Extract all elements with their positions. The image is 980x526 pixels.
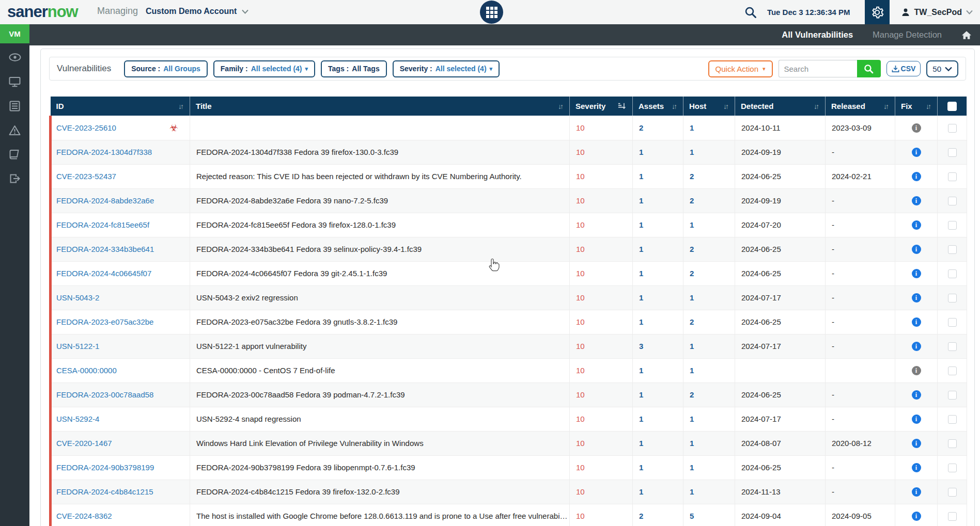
vulnerability-id-link[interactable]: USN-5292-4 (56, 415, 99, 423)
host-count-link[interactable]: 2 (690, 317, 694, 326)
user-menu[interactable]: TW_SecPod (901, 8, 980, 17)
vulnerability-id-link[interactable]: FEDORA-2024-8abde32a6e (56, 196, 154, 205)
host-count-link[interactable]: 1 (690, 220, 694, 229)
fix-info-icon[interactable]: i (912, 293, 921, 302)
fix-info-icon[interactable]: i (912, 172, 921, 181)
assets-count-link[interactable]: 1 (639, 293, 643, 302)
vulnerability-id-link[interactable]: FEDORA-2024-334b3be641 (56, 245, 154, 253)
vulnerability-id-link[interactable]: CVE-2024-8362 (56, 512, 112, 520)
vulnerability-id-link[interactable]: FEDORA-2024-c4b84c1215 (56, 487, 153, 496)
assets-count-link[interactable]: 1 (639, 148, 643, 156)
vulnerability-id-link[interactable]: USN-5122-1 (56, 342, 99, 350)
fix-info-icon[interactable]: i (912, 220, 921, 230)
assets-count-link[interactable]: 2 (639, 123, 643, 132)
settings-gear-icon[interactable] (865, 0, 890, 24)
assets-count-link[interactable]: 3 (639, 342, 643, 350)
assets-count-link[interactable]: 1 (639, 269, 643, 278)
source-filter-button[interactable]: Source : All Groups (124, 60, 208, 77)
fix-info-icon[interactable]: i (912, 317, 921, 327)
row-checkbox[interactable] (948, 294, 957, 302)
row-checkbox[interactable] (948, 197, 957, 205)
family-filter-button[interactable]: Family : All selected (4) ▾ (213, 60, 315, 77)
host-count-link[interactable]: 1 (690, 487, 694, 496)
search-input[interactable] (779, 60, 857, 77)
fix-info-icon[interactable]: i (912, 123, 921, 133)
home-icon[interactable] (961, 30, 972, 40)
row-checkbox[interactable] (948, 488, 957, 497)
column-header-released[interactable]: Released↓↑ (826, 97, 895, 116)
fix-info-icon[interactable]: i (912, 415, 921, 424)
column-header-fix[interactable]: Fix↓↑ (895, 97, 938, 116)
tab-all-vulnerabilities[interactable]: All Vulnerabilities (782, 30, 853, 40)
column-header-title[interactable]: Title↓↑ (190, 97, 570, 116)
vulnerability-id-link[interactable]: CVE-2020-1467 (56, 439, 112, 448)
host-count-link[interactable]: 2 (690, 196, 694, 205)
vulnerability-id-link[interactable]: USN-5043-2 (56, 293, 99, 302)
host-count-link[interactable]: 1 (690, 463, 694, 472)
column-header-severity[interactable]: Severity (570, 97, 633, 116)
host-count-link[interactable]: 1 (690, 366, 694, 375)
apps-grid-icon[interactable] (480, 1, 503, 24)
assets-count-link[interactable]: 1 (639, 463, 643, 472)
assets-count-link[interactable]: 2 (639, 512, 643, 520)
host-count-link[interactable]: 1 (690, 123, 694, 132)
assets-count-link[interactable]: 1 (639, 487, 643, 496)
row-checkbox[interactable] (948, 391, 957, 400)
row-checkbox[interactable] (948, 415, 957, 424)
fix-info-icon[interactable]: i (912, 512, 921, 521)
host-count-link[interactable]: 1 (690, 415, 694, 423)
host-count-link[interactable]: 1 (690, 342, 694, 350)
row-checkbox[interactable] (948, 464, 957, 472)
row-checkbox[interactable] (948, 172, 957, 181)
column-header-assets[interactable]: Assets↓↑ (633, 97, 683, 116)
assets-count-link[interactable]: 1 (639, 439, 643, 448)
host-count-link[interactable]: 5 (690, 512, 694, 520)
sort-icon[interactable]: ↓↑ (883, 102, 889, 110)
fix-info-icon[interactable]: i (912, 390, 921, 400)
tab-manage-detection[interactable]: Manage Detection (873, 30, 942, 40)
fix-info-icon[interactable]: i (912, 463, 921, 472)
row-checkbox[interactable] (948, 124, 957, 133)
fix-info-icon[interactable]: i (912, 196, 921, 205)
row-checkbox[interactable] (948, 318, 957, 327)
row-checkbox[interactable] (948, 342, 957, 351)
quick-action-button[interactable]: Quick Action ▾ (708, 60, 773, 77)
column-header-detected[interactable]: Detected↓↑ (735, 97, 826, 116)
report-icon[interactable] (9, 100, 21, 111)
vulnerability-id-link[interactable]: FEDORA-2024-4c06645f07 (56, 269, 151, 278)
row-checkbox[interactable] (948, 221, 957, 230)
alert-icon[interactable] (9, 124, 21, 136)
logout-icon[interactable] (9, 173, 21, 184)
assets-count-link[interactable]: 1 (639, 390, 643, 399)
severity-filter-button[interactable]: Severity : All selected (4) ▾ (393, 60, 500, 77)
sort-icon[interactable]: ↓↑ (926, 102, 931, 110)
page-size-selector[interactable]: 50 (926, 60, 958, 77)
sort-icon[interactable]: ↓↑ (814, 102, 819, 110)
host-count-link[interactable]: 1 (690, 148, 694, 156)
vulnerability-id-link[interactable]: FEDORA-2023-e075ac32be (56, 317, 153, 326)
assets-count-link[interactable]: 1 (639, 220, 643, 229)
search-submit-button[interactable] (857, 60, 881, 77)
vulnerability-id-link[interactable]: FEDORA-2023-00c78aad58 (56, 390, 153, 399)
fix-info-icon[interactable]: i (912, 439, 921, 448)
assets-count-link[interactable]: 1 (639, 245, 643, 253)
export-csv-button[interactable]: CSV (886, 61, 921, 76)
host-count-link[interactable]: 2 (690, 172, 694, 181)
assets-count-link[interactable]: 1 (639, 317, 643, 326)
host-count-link[interactable]: 2 (690, 269, 694, 278)
account-selector[interactable]: Custom Demo Account (146, 7, 248, 16)
sort-icon[interactable]: ↓↑ (178, 102, 184, 110)
row-checkbox[interactable] (948, 148, 957, 157)
eye-icon[interactable] (9, 52, 21, 63)
fix-info-icon[interactable]: i (912, 366, 921, 375)
sort-desc-active-icon[interactable] (618, 102, 627, 110)
row-checkbox[interactable] (948, 245, 957, 254)
assets-count-link[interactable]: 1 (639, 196, 643, 205)
column-header-id[interactable]: ID↓↑ (51, 97, 190, 116)
assets-count-link[interactable]: 1 (639, 172, 643, 181)
select-all-column-header[interactable] (938, 97, 967, 116)
row-checkbox[interactable] (948, 439, 957, 448)
fix-info-icon[interactable]: i (912, 342, 921, 351)
column-header-host[interactable]: Host↓↑ (683, 97, 735, 116)
vulnerability-id-link[interactable]: CVE-2023-52437 (56, 172, 116, 181)
